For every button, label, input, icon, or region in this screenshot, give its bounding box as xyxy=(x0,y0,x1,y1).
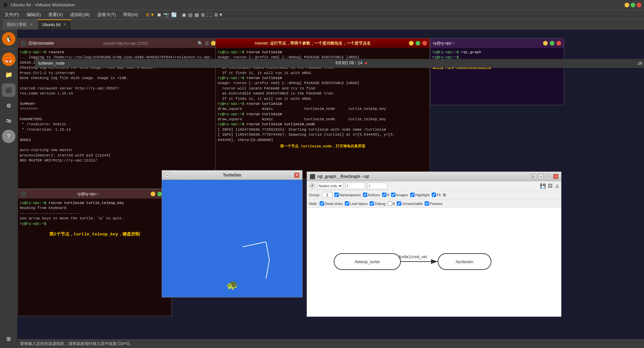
term1-min-button[interactable] xyxy=(211,41,216,46)
snapshot-icon[interactable]: 📷 xyxy=(163,12,169,17)
terminal-roscore-titlebar: ⬛ 启动rosmaster roscore http://ry-vpc:1131… xyxy=(18,39,232,48)
view2-icon[interactable]: ▤ xyxy=(188,12,193,17)
terminal-rqtgraph-titlebar: ry@ry-vpc:~ xyxy=(430,39,564,48)
menu-file[interactable]: 文件(F) xyxy=(1,11,22,18)
rosgraph-min-button[interactable]: – xyxy=(538,174,544,179)
dot-indicator xyxy=(365,62,367,64)
titlebar: 🖥 Ubuntu 64 - VMware Workstation xyxy=(0,0,644,10)
turtle-sprite: 🐢 xyxy=(226,279,238,290)
menu-tabs[interactable]: 选项卡(T) xyxy=(94,11,119,18)
svg-text:/turtle1/cmd_vel: /turtle1/cmd_vel xyxy=(398,255,427,259)
node-teleop-turtle[interactable]: /teleop_turtle xyxy=(334,253,401,270)
unreachable-checkbox[interactable] xyxy=(397,201,401,206)
term4-max-button[interactable] xyxy=(550,41,554,46)
panel-help-icon[interactable]: ? xyxy=(2,130,15,143)
tab-ubuntu64[interactable]: Ubuntu 64 ✕ xyxy=(38,19,71,29)
pause-icon[interactable]: ⏸▼ xyxy=(145,12,155,17)
images-checkbox[interactable] xyxy=(391,193,395,197)
view1-icon[interactable]: ▣ xyxy=(182,12,186,17)
maximize-button[interactable] xyxy=(631,3,635,7)
panel-firefox-icon[interactable]: 🦊 xyxy=(2,53,15,66)
turtlesim-min-button[interactable]: – xyxy=(165,172,170,178)
ubuntu-panel: 🐧 🦊 📁 ⬛ ⚙ 🛍 ? ⊞ xyxy=(0,29,17,348)
view4-icon[interactable]: ⊠ xyxy=(201,12,205,17)
rosgraph-expand-button[interactable]: ▷ xyxy=(531,174,536,179)
hide-tf-checkbox[interactable] xyxy=(388,201,392,206)
terminal-rqtgraph-body[interactable]: ry@ry-vpc:~$ rqt_graph ry@ry-vpc:~$ 通过这个… xyxy=(430,48,564,105)
tab-mycomputer-close[interactable]: ✕ xyxy=(29,22,34,27)
fullscreen-icon[interactable]: ⛶ xyxy=(207,12,212,17)
actions-checkbox[interactable] xyxy=(363,193,367,197)
suspend-icon[interactable]: ⏹ xyxy=(157,12,161,17)
panel-settings-icon[interactable]: ⚙ xyxy=(2,99,15,112)
svg-line-1 xyxy=(266,242,269,260)
terminal-teleop: ⬛ ry@ry-vpc:~ ry@ry-vpc:~$ rosrun turtle… xyxy=(17,189,172,316)
group-input[interactable] xyxy=(322,192,332,198)
menu-view[interactable]: 查看(V) xyxy=(45,11,66,18)
menu-help[interactable]: 帮助(H) xyxy=(120,11,141,18)
term3-min-button[interactable] xyxy=(409,41,414,46)
panel-terminal-icon[interactable]: ⬛ xyxy=(2,83,15,97)
terminal-turtlesim-titlebar: rosrun: 运行节点，带两个参数，一个是功能包名，一个是节点名 xyxy=(216,39,430,48)
term1-menu-icon[interactable]: ☰ xyxy=(205,41,209,46)
term2-icon: ⬛ xyxy=(20,191,26,197)
menubar: 文件(F) 编辑(E) 查看(V) 虚拟机(M) 选项卡(T) 帮助(H) ⏸▼… xyxy=(0,10,644,19)
images-checkbox-label: Images xyxy=(391,193,408,197)
screen-icon[interactable]: 🖥▼ xyxy=(214,12,223,17)
term4-min-button[interactable] xyxy=(543,41,548,46)
fit-icon[interactable]: ⊞ xyxy=(443,193,446,197)
terminal-teleop-body[interactable]: ry@ry-vpc:~$ rosrun turtlesim turtle_tel… xyxy=(18,199,171,316)
panel-appstore-icon[interactable]: 🛍 xyxy=(2,114,15,128)
app-icon: 🖥 xyxy=(3,2,8,8)
panel-ubuntu-logo[interactable]: 🐧 xyxy=(2,32,15,46)
term1-search-icon[interactable]: 🔍 xyxy=(198,41,203,46)
ns-filter-input[interactable] xyxy=(345,183,365,189)
fit-checkbox[interactable] xyxy=(432,193,436,197)
menu-edit[interactable]: 编辑(E) xyxy=(23,11,44,18)
turtlesim-body: 🐢 xyxy=(162,180,302,297)
turtlesim-close-button[interactable]: ✕ xyxy=(294,172,300,178)
rosgraph-img-icon[interactable]: 🖼 xyxy=(548,183,552,189)
dead-sinks-checkbox[interactable] xyxy=(320,201,324,206)
menu-vm[interactable]: 虚拟机(M) xyxy=(67,11,93,18)
rosgraph-max-button[interactable]: □ xyxy=(546,174,551,179)
debug-checkbox[interactable] xyxy=(370,201,374,206)
params-checkbox[interactable] xyxy=(425,201,429,206)
panel-files-icon[interactable]: 📁 xyxy=(2,68,15,81)
lang-indicator[interactable]: zh xyxy=(638,61,642,66)
term3-max-button[interactable] xyxy=(416,41,420,46)
ns-checkbox[interactable] xyxy=(334,193,339,197)
datetime-label: 6月9日 09：14 xyxy=(336,60,362,66)
term3-title: rosrun: 运行节点，带两个参数，一个是功能包名，一个是节点名 xyxy=(218,41,407,46)
rosgraph-hide-row: Hide: Dead sinks Leaf topics Debug tf Un… xyxy=(307,199,561,208)
highlight-checkbox[interactable] xyxy=(410,193,415,197)
main-area: turtlesim_node 6月9日 09：14 zh 🔊 ⏻ ⬛ 启动ros… xyxy=(17,29,644,348)
view3-icon[interactable]: ▦ xyxy=(195,12,199,17)
close-button[interactable] xyxy=(637,3,641,7)
tf-checkbox[interactable] xyxy=(382,193,386,197)
window-title: Ubuntu 64 - VMware Workstation xyxy=(11,2,622,7)
node-turtlesim[interactable]: /turtlesim xyxy=(438,253,491,270)
svg-line-2 xyxy=(266,260,269,279)
tab-mycomputer[interactable]: 我的计算机 ✕ xyxy=(3,19,38,29)
minimize-button[interactable] xyxy=(625,3,629,7)
term2-min-button[interactable] xyxy=(151,192,155,196)
rosgraph-save-icon[interactable]: 💾 xyxy=(540,183,546,189)
node-type-select[interactable]: Nodes only xyxy=(317,183,343,189)
terminal-roscore-body[interactable]: ry@ry-vpc:~$ roscore ... logging to /hom… xyxy=(18,48,232,189)
topic-filter-input[interactable] xyxy=(367,183,387,189)
revert-icon[interactable]: 🔄 xyxy=(171,12,177,17)
hide-label: Hide: xyxy=(309,202,318,206)
panel-apps-icon[interactable]: ⊞ xyxy=(2,332,15,345)
ns-checkbox-label: Namespaces xyxy=(334,193,361,197)
rosgraph-print-icon[interactable]: 🖨 xyxy=(554,183,559,189)
tab-ubuntu64-close[interactable]: ✕ xyxy=(62,22,67,27)
leaf-topics-checkbox[interactable] xyxy=(345,201,349,206)
term4-close-button[interactable] xyxy=(556,41,561,46)
rosgraph-close-button[interactable]: ✕ xyxy=(553,174,558,179)
term3-close-button[interactable] xyxy=(422,41,427,46)
term2-max-button[interactable] xyxy=(157,192,162,196)
term1-title: 启动rosmaster xyxy=(28,41,54,46)
rosgraph-body: /turtle1/cmd_vel /teleop_turtle /turtles… xyxy=(307,208,561,317)
rosgraph-refresh-button[interactable]: ↺ xyxy=(309,183,315,189)
